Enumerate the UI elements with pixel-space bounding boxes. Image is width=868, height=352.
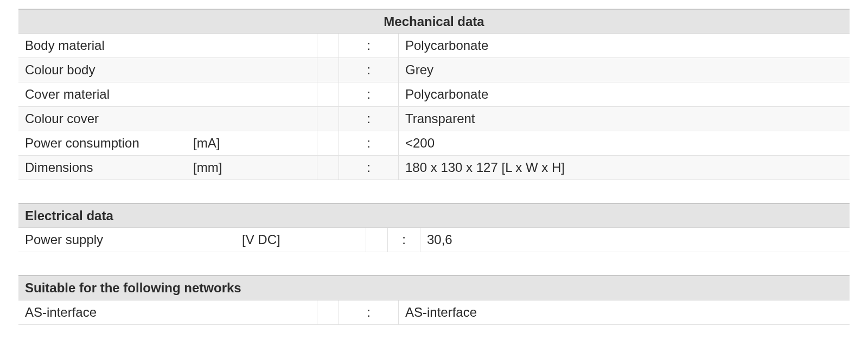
table-row: Dimensions [mm] : 180 x 130 x 127 [L x W…: [18, 156, 850, 180]
section-title: Suitable for the following networks: [18, 275, 850, 300]
spec-unit: [187, 91, 317, 98]
table-row: Cover material : Polycarbonate: [18, 82, 850, 107]
colon: :: [339, 107, 398, 131]
spec-unit: [187, 67, 317, 73]
spec-label: Colour cover: [18, 108, 187, 130]
table-row: Colour cover : Transparent: [18, 107, 850, 131]
spec-unit: [mm]: [187, 157, 317, 178]
spec-label: Cover material: [18, 84, 187, 105]
table-row: Power supply [V DC] : 30,6: [18, 228, 850, 252]
spec-unit: [V DC]: [235, 229, 366, 251]
spec-value: 30,6: [420, 228, 850, 252]
colon: :: [339, 131, 398, 155]
colon: :: [339, 82, 398, 106]
colon: :: [339, 300, 398, 324]
spec-unit: [187, 116, 317, 122]
spec-label: Colour body: [18, 59, 187, 81]
spec-label: Dimensions: [18, 157, 187, 178]
spacer: [317, 131, 339, 155]
spacer: [317, 107, 339, 131]
spec-value: Polycarbonate: [398, 82, 850, 106]
spec-label: Power consumption: [18, 132, 187, 154]
spec-value: Transparent: [398, 107, 850, 131]
spec-unit: [mA]: [187, 132, 317, 154]
spec-label: Body material: [18, 35, 187, 56]
colon: :: [339, 58, 398, 82]
spacer: [317, 34, 339, 57]
spec-unit: [187, 42, 317, 49]
table-row: Colour body : Grey: [18, 58, 850, 82]
spacer: [317, 156, 339, 180]
spacer: [317, 82, 339, 106]
table-row: AS-interface : AS-interface: [18, 300, 850, 325]
spacer: [317, 58, 339, 82]
spec-label: Power supply: [18, 229, 235, 251]
section-networks: Suitable for the following networks AS-i…: [18, 275, 850, 324]
section-title: Electrical data: [18, 203, 850, 228]
table-row: Power consumption [mA] : <200: [18, 131, 850, 156]
colon: :: [387, 228, 420, 252]
spec-value: Polycarbonate: [398, 34, 850, 57]
spacer: [366, 228, 387, 252]
spec-value: AS-interface: [398, 300, 850, 324]
spec-value: Grey: [398, 58, 850, 82]
spec-label: AS-interface: [18, 302, 317, 323]
section-electrical: Electrical data Power supply [V DC] : 30…: [18, 203, 850, 252]
section-mechanical: Mechanical data Body material : Polycarb…: [18, 9, 850, 180]
colon: :: [339, 156, 398, 180]
section-title: Mechanical data: [18, 9, 850, 34]
spec-sheet: Mechanical data Body material : Polycarb…: [0, 0, 868, 334]
table-row: Body material : Polycarbonate: [18, 34, 850, 58]
spec-value: <200: [398, 131, 850, 155]
spec-value: 180 x 130 x 127 [L x W x H]: [398, 156, 850, 180]
colon: :: [339, 34, 398, 57]
spacer: [317, 300, 339, 324]
